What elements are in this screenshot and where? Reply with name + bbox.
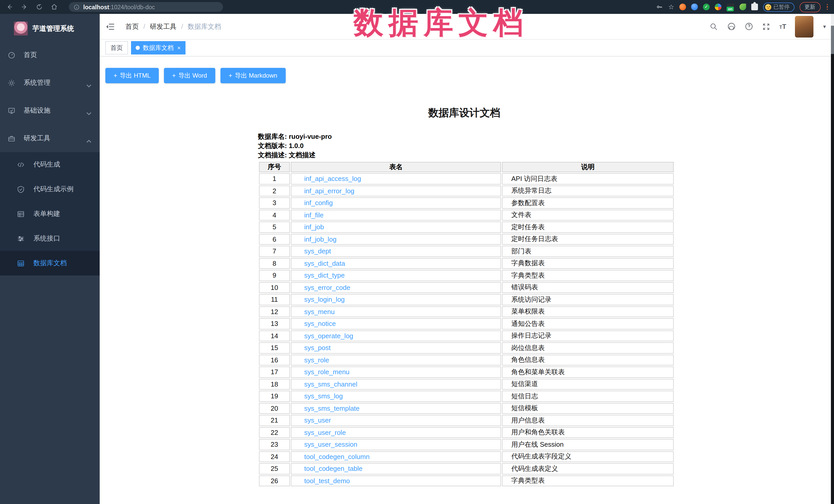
row-index: 19 — [259, 391, 290, 402]
row-index: 16 — [259, 354, 290, 366]
github-icon[interactable] — [727, 22, 736, 31]
scrollbar-thumb[interactable] — [831, 54, 834, 504]
address-bar[interactable]: localhost:1024/tool/db-doc — [69, 2, 223, 12]
home-icon[interactable] — [50, 3, 59, 11]
table-name-link[interactable]: sys_sms_channel — [304, 380, 357, 388]
sidebar-item-devtools[interactable]: 研发工具 — [0, 125, 100, 152]
table-row: 6inf_job_log定时任务日志表 — [259, 234, 674, 245]
breadcrumb-home[interactable]: 首页 — [125, 22, 139, 31]
sidebar-item-codegen-example[interactable]: 代码生成示例 — [0, 177, 100, 201]
update-button[interactable]: 更新 — [799, 2, 820, 12]
multicolor-extension-icon[interactable] — [715, 4, 722, 10]
meta-doc-version: 文档版本: 1.0.0 — [258, 141, 671, 151]
sidebar-item-form-builder[interactable]: 表单构建 — [0, 201, 100, 226]
table-row: 3inf_config参数配置表 — [259, 197, 674, 209]
sidebar-item-db-doc[interactable]: 数据库文档 — [0, 251, 100, 276]
active-dot — [136, 46, 140, 50]
table-row: 11sys_login_log系统访问记录 — [259, 294, 674, 305]
sidebar-item-home[interactable]: 首页 — [0, 41, 100, 69]
fullscreen-icon[interactable] — [762, 22, 771, 31]
table-name-link[interactable]: sys_user_role — [304, 429, 346, 436]
row-index: 26 — [259, 475, 290, 486]
sidebar-collapse-icon[interactable] — [106, 23, 115, 30]
row-description: 用户在线 Session — [502, 439, 674, 450]
row-index: 25 — [259, 463, 290, 474]
sidebar-item-system-api[interactable]: 系统接口 — [0, 226, 100, 251]
chevron-down-icon[interactable]: ▼ — [822, 24, 827, 29]
orange-extension-icon[interactable] — [679, 4, 686, 10]
table-name-link[interactable]: sys_role — [304, 356, 329, 364]
row-description: 代码生成表定义 — [502, 463, 674, 474]
gear-icon — [8, 79, 16, 87]
table-body: 1inf_api_access_logAPI 访问日志表2inf_api_err… — [259, 173, 674, 486]
row-table-name-cell: sys_role — [291, 354, 501, 366]
font-size-icon[interactable]: TT — [779, 23, 786, 30]
green-leaf-extension-icon[interactable] — [740, 4, 746, 10]
table-name-link[interactable]: sys_menu — [304, 308, 335, 315]
password-key-icon[interactable] — [656, 3, 663, 10]
row-table-name-cell: tool_codegen_column — [291, 451, 501, 462]
table-name-link[interactable]: inf_api_error_log — [304, 187, 354, 195]
row-description: 用户和角色关联表 — [502, 427, 674, 438]
back-icon[interactable] — [5, 3, 14, 11]
table-name-link[interactable]: sys_error_code — [304, 284, 350, 291]
help-icon[interactable] — [744, 22, 753, 31]
search-icon[interactable] — [709, 22, 718, 31]
table-name-link[interactable]: inf_api_access_log — [304, 175, 361, 183]
tables-index-table: 序号 表名 说明 1inf_api_access_logAPI 访问日志表2in… — [258, 161, 675, 487]
export-word-button[interactable]: + 导出 Word — [164, 68, 215, 83]
reload-icon[interactable] — [35, 3, 44, 11]
table-name-link[interactable]: sys_user — [304, 417, 331, 424]
sidebar-item-system[interactable]: 系统管理 — [0, 69, 100, 96]
sidebar-item-codegen[interactable]: 代码生成 — [0, 152, 100, 177]
app-logo-row[interactable]: 芋道管理系统 — [0, 14, 100, 37]
table-name-link[interactable]: sys_dict_data — [304, 260, 345, 267]
tab-db-doc[interactable]: 数据库文档 × — [131, 41, 186, 54]
row-index: 21 — [259, 415, 290, 426]
table-name-link[interactable]: tool_codegen_table — [304, 465, 363, 473]
forward-icon[interactable] — [20, 3, 29, 11]
breadcrumb-devtools[interactable]: 研发工具 — [150, 22, 176, 31]
table-name-link[interactable]: inf_job — [304, 223, 324, 231]
table-name-link[interactable]: sys_post — [304, 344, 331, 352]
table-name-link[interactable]: sys_dict_type — [304, 272, 345, 279]
app-frame: 芋道管理系统 首页 系统管理 基础设施 — [0, 14, 834, 504]
page-scrollbar[interactable] — [831, 14, 834, 504]
table-name-link[interactable]: inf_config — [304, 199, 333, 207]
row-description: 岗位信息表 — [502, 342, 674, 353]
row-index: 5 — [259, 222, 290, 233]
table-name-link[interactable]: inf_file — [304, 211, 324, 219]
extensions-puzzle-icon[interactable] — [751, 4, 758, 10]
blue-drop-extension-icon[interactable] — [691, 4, 698, 10]
table-name-link[interactable]: sys_role_menu — [304, 368, 349, 376]
row-table-name-cell: sys_user_role — [291, 427, 501, 438]
row-table-name-cell: sys_sms_channel — [291, 378, 501, 390]
browser-menu-icon[interactable] — [826, 4, 829, 10]
table-name-link[interactable]: sys_notice — [304, 320, 336, 328]
on-badge-extension-icon[interactable]: on — [727, 3, 734, 10]
profile-paused-badge[interactable]: 已暂停 — [763, 2, 794, 12]
bookmark-star-icon[interactable]: ☆ — [668, 4, 674, 10]
table-name-link[interactable]: sys_sms_template — [304, 404, 359, 412]
export-markdown-button[interactable]: + 导出 Markdown — [220, 68, 285, 83]
close-icon[interactable]: × — [177, 45, 181, 51]
user-avatar[interactable] — [795, 16, 813, 37]
table-name-link[interactable]: sys_sms_log — [304, 392, 343, 400]
navbar-actions: TT ▼ — [709, 16, 827, 37]
table-name-link[interactable]: sys_login_log — [304, 296, 345, 304]
sidebar-item-infra[interactable]: 基础设施 — [0, 96, 100, 125]
table-name-link[interactable]: sys_user_session — [304, 441, 357, 448]
row-table-name-cell: inf_config — [291, 197, 501, 209]
table-name-link[interactable]: tool_codegen_column — [304, 453, 370, 461]
scrollbar-thumb-top[interactable] — [831, 26, 834, 54]
green-check-extension-icon[interactable] — [703, 4, 710, 10]
table-row: 5inf_job定时任务表 — [259, 222, 674, 233]
table-name-link[interactable]: inf_job_log — [304, 236, 336, 243]
table-name-link[interactable]: sys_operate_log — [304, 332, 353, 340]
row-table-name-cell: sys_operate_log — [291, 330, 501, 341]
table-name-link[interactable]: sys_dept — [304, 247, 331, 255]
row-index: 23 — [259, 439, 290, 450]
tab-home[interactable]: 首页 — [105, 41, 128, 54]
export-html-button[interactable]: + 导出 HTML — [105, 68, 159, 83]
table-name-link[interactable]: tool_test_demo — [304, 477, 350, 485]
